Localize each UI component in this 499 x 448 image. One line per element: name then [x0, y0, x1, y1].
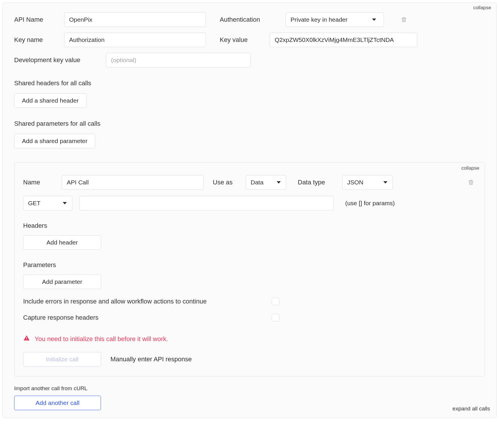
chevron-down-icon: [277, 181, 281, 184]
import-from-curl-link[interactable]: Import another call from cURL: [14, 385, 485, 392]
api-connector-panel: collapse API Name Authentication Private…: [2, 2, 497, 418]
svg-rect-1: [26, 339, 27, 340]
key-value-label: Key value: [220, 36, 262, 44]
data-type-select-value: JSON: [347, 179, 363, 186]
use-as-label: Use as: [213, 179, 239, 186]
initialize-call-button[interactable]: Initialize call: [23, 352, 101, 366]
api-call-panel: collapse Name Use as Data Data type JSON: [14, 162, 485, 377]
authentication-select-value: Private key in header: [291, 16, 348, 23]
include-errors-label: Include errors in response and allow wor…: [23, 298, 263, 305]
data-type-select[interactable]: JSON: [342, 175, 393, 190]
row-include-errors: Include errors in response and allow wor…: [23, 298, 476, 305]
collapse-call-link[interactable]: collapse: [461, 165, 479, 171]
key-value-input[interactable]: [270, 33, 417, 47]
add-shared-header-button[interactable]: Add a shared header: [14, 93, 86, 108]
row-initialize: Initialize call Manually enter API respo…: [23, 352, 476, 366]
add-header-button[interactable]: Add header: [23, 235, 101, 250]
warning-icon: [23, 335, 30, 343]
http-method-select-value: GET: [28, 200, 40, 207]
row-api-name-auth: API Name Authentication Private key in h…: [14, 12, 485, 27]
svg-rect-0: [26, 337, 27, 339]
authentication-select[interactable]: Private key in header: [286, 12, 384, 27]
key-name-label: Key name: [14, 36, 56, 44]
manual-enter-response-link[interactable]: Manually enter API response: [110, 356, 192, 363]
api-name-input[interactable]: [64, 12, 206, 27]
authentication-label: Authentication: [220, 16, 278, 23]
shared-params-title: Shared parameters for all calls: [14, 120, 485, 127]
row-call-name: Name Use as Data Data type JSON: [23, 175, 476, 190]
initialize-warning-text: You need to initialize this call before …: [35, 335, 168, 343]
dev-key-input[interactable]: [106, 53, 251, 67]
row-dev-key: Development key value: [14, 53, 485, 67]
delete-api-icon[interactable]: [401, 16, 407, 23]
expand-all-calls-link[interactable]: expand all calls: [452, 406, 490, 412]
call-name-input[interactable]: [62, 175, 204, 190]
data-type-label: Data type: [298, 179, 335, 186]
key-name-input[interactable]: [64, 33, 206, 47]
add-shared-parameter-button[interactable]: Add a shared parameter: [14, 134, 95, 148]
capture-headers-checkbox[interactable]: [272, 314, 279, 321]
use-as-select[interactable]: Data: [246, 175, 286, 190]
use-as-select-value: Data: [251, 179, 263, 186]
chevron-down-icon: [372, 18, 376, 21]
row-key-name-value: Key name Key value: [14, 33, 485, 47]
chevron-down-icon: [383, 181, 387, 184]
delete-call-icon[interactable]: [468, 179, 474, 186]
row-method-url: GET (use [] for params): [23, 196, 476, 210]
parameters-title: Parameters: [23, 261, 476, 269]
row-capture-headers: Capture response headers: [23, 314, 476, 321]
http-method-select[interactable]: GET: [23, 196, 72, 210]
chevron-down-icon: [63, 202, 67, 204]
capture-headers-label: Capture response headers: [23, 314, 263, 321]
add-another-call-button[interactable]: Add another call: [14, 396, 101, 410]
initialize-warning: You need to initialize this call before …: [23, 335, 476, 343]
call-name-label: Name: [23, 179, 55, 186]
api-name-label: API Name: [14, 16, 56, 23]
url-hint: (use [] for params): [345, 200, 395, 207]
dev-key-label: Development key value: [14, 56, 98, 64]
collapse-outer-link[interactable]: collapse: [473, 5, 491, 11]
include-errors-checkbox[interactable]: [272, 298, 279, 305]
shared-headers-title: Shared headers for all calls: [14, 79, 485, 87]
url-input[interactable]: [79, 196, 334, 210]
add-parameter-button[interactable]: Add parameter: [23, 275, 101, 289]
headers-title: Headers: [23, 222, 476, 229]
